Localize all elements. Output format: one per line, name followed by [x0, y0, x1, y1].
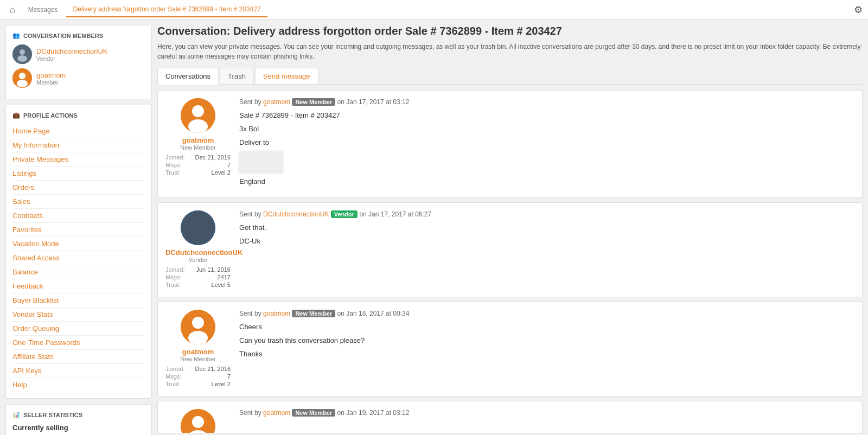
msg-body-col-4: Sent by goatmom New Member on Jan 19, 20…	[239, 409, 854, 425]
msg-sender-link-1[interactable]: goatmom	[263, 98, 290, 106]
suitcase-icon: 💼	[12, 112, 20, 119]
message-card-4: Sent by goatmom New Member on Jan 19, 20…	[157, 401, 863, 433]
badge-vendor-2: Vendor	[331, 210, 358, 218]
tab-trash[interactable]: Trash	[220, 68, 254, 84]
sidebar-item-buyerblacklist[interactable]: Buyer Blacklist	[12, 293, 145, 308]
sidebar-item-myinfo[interactable]: My Information	[12, 138, 145, 152]
main-content: Conversation: Delivery address forgotton…	[157, 25, 863, 435]
msg-sender-name-2[interactable]: DCdutchconnectionUK	[165, 248, 231, 257]
svg-point-12	[194, 227, 202, 235]
conversation-members-box: 👥 CONVERSATION MEMBERS DCdutchconnection…	[5, 25, 152, 99]
msg-sender-col-2: DCdutchconnectionUK Vendor Joined: Jun 1…	[165, 210, 231, 289]
msg-sender-name-1[interactable]: goatmom	[165, 136, 231, 144]
msg-header-1: Sent by goatmom New Member on Jan 17, 20…	[239, 98, 854, 106]
profile-actions-list: Home Page My Information Private Message…	[12, 124, 145, 392]
sidebar-item-vacationmode[interactable]: Vacation Mode	[12, 237, 145, 251]
chart-icon: 📊	[12, 411, 20, 418]
msg-meta-2: Joined: Jun 11, 2016 Msgs: 2417 Trust: L…	[165, 266, 231, 288]
sidebar-item-listings[interactable]: Listings	[12, 167, 145, 181]
msg-sender-link-3[interactable]: goatmom	[263, 310, 290, 317]
msg-body-col-1: Sent by goatmom New Member on Jan 17, 20…	[239, 98, 854, 190]
message-card-2: DCdutchconnectionUK Vendor Joined: Jun 1…	[157, 202, 863, 297]
sidebar: 👥 CONVERSATION MEMBERS DCdutchconnection…	[5, 25, 152, 435]
svg-point-11	[199, 220, 210, 231]
tab-conversation[interactable]: Delivery address forgotton order Sale # …	[66, 2, 267, 17]
svg-point-9	[181, 210, 215, 245]
sidebar-item-favorites[interactable]: Favorites	[12, 223, 145, 237]
member-row-member: goatmom Member	[12, 68, 145, 88]
badge-new-member-4: New Member	[292, 409, 335, 417]
page-description: Here, you can view your private messages…	[157, 42, 863, 61]
settings-icon[interactable]: ⚙	[854, 4, 863, 16]
main-layout: 👥 CONVERSATION MEMBERS DCdutchconnection…	[0, 20, 868, 435]
svg-point-1	[20, 49, 25, 55]
badge-new-member-3: New Member	[292, 310, 335, 317]
msg-sender-name-3[interactable]: goatmom	[165, 348, 231, 356]
sidebar-item-balance[interactable]: Balance	[12, 265, 145, 279]
sidebar-item-help[interactable]: Help	[12, 378, 145, 392]
sidebar-item-orderqueuing[interactable]: Order Queuing	[12, 322, 145, 336]
sidebar-item-apikeys[interactable]: API Keys	[12, 364, 145, 378]
tab-conversations[interactable]: Conversations	[157, 68, 219, 85]
sidebar-item-otp[interactable]: One-Time Passwords	[12, 336, 145, 350]
sidebar-item-contracts[interactable]: Contracts	[12, 209, 145, 223]
msg-header-2: Sent by DCdutchconnectionUK Vendor on Ja…	[239, 210, 854, 218]
home-icon[interactable]: ⌂	[5, 3, 20, 17]
sidebar-item-vendorstats[interactable]: Vendor Stats	[12, 308, 145, 322]
profile-actions-box: 💼 PROFILE ACTIONS Home Page My Informati…	[5, 105, 152, 399]
member-row-vendor: DCdutchconnectionUK Vendor	[12, 44, 145, 64]
conversation-members-title: 👥 CONVERSATION MEMBERS	[12, 32, 145, 39]
msg-avatar-1	[181, 98, 215, 133]
seller-statistics-title: 📊 SELLER STATISTICS	[12, 411, 145, 418]
sidebar-item-orders[interactable]: Orders	[12, 181, 145, 195]
msg-avatar-4	[181, 409, 215, 433]
msg-sender-link-2[interactable]: DCdutchconnectionUK	[263, 210, 329, 218]
profile-actions-title: 💼 PROFILE ACTIONS	[12, 112, 145, 119]
tab-send-message[interactable]: Send message	[255, 68, 318, 84]
svg-point-8	[188, 119, 208, 133]
message-card-3: goatmom New Member Joined: Dec 21, 2016 …	[157, 302, 863, 396]
svg-point-10	[186, 220, 197, 231]
svg-point-18	[192, 416, 204, 428]
tab-messages[interactable]: Messages	[22, 3, 65, 17]
sidebar-item-affiliatestats[interactable]: Affiliate Stats	[12, 350, 145, 364]
message-card-1: goatmom New Member Joined: Dec 21, 2016 …	[157, 90, 863, 198]
msg-sender-col-3: goatmom New Member Joined: Dec 21, 2016 …	[165, 310, 231, 388]
member-info: goatmom Member	[36, 71, 66, 86]
member-name[interactable]: goatmom	[36, 71, 66, 79]
svg-rect-13	[188, 225, 208, 227]
msg-header-3: Sent by goatmom New Member on Jan 18, 20…	[239, 310, 854, 317]
svg-point-2	[17, 55, 27, 62]
sidebar-item-feedback[interactable]: Feedback	[12, 279, 145, 293]
vendor-info: DCdutchconnectionUK Vendor	[36, 47, 108, 62]
msg-sender-role-3: New Member	[165, 356, 231, 362]
sidebar-item-sales[interactable]: Sales	[12, 195, 145, 209]
msg-body-col-2: Sent by DCdutchconnectionUK Vendor on Ja…	[239, 210, 854, 289]
page-title: Conversation: Delivery address forgotton…	[157, 25, 863, 37]
svg-point-4	[19, 73, 25, 79]
avatar-member	[12, 68, 32, 88]
msg-avatar-3	[181, 310, 215, 344]
sidebar-item-sharedaccess[interactable]: Shared Access	[12, 251, 145, 265]
vendor-name[interactable]: DCdutchconnectionUK	[36, 47, 108, 55]
msg-sender-role-1: New Member	[165, 144, 231, 151]
tabs-bar: Conversations Trash Send message	[157, 68, 863, 85]
msg-content-2: Got that. DC-Uk	[239, 222, 854, 247]
msg-sender-col-4	[165, 409, 231, 425]
top-bar: ⌂ Messages Delivery address forgotton or…	[0, 0, 868, 20]
msg-meta-1: Joined: Dec 21, 2016 Msgs: 7 Trust: Leve…	[165, 154, 231, 176]
msg-sender-col-1: goatmom New Member Joined: Dec 21, 2016 …	[165, 98, 231, 190]
sidebar-item-homepage[interactable]: Home Page	[12, 124, 145, 138]
blurred-address	[239, 151, 283, 173]
sidebar-item-privatemessages[interactable]: Private Messages	[12, 152, 145, 167]
msg-body-col-3: Sent by goatmom New Member on Jan 18, 20…	[239, 310, 854, 388]
msg-content-3: Cheers Can you trash this conversation p…	[239, 322, 854, 360]
svg-point-16	[188, 331, 208, 344]
users-icon: 👥	[12, 32, 20, 39]
seller-stats-subtitle: Currently selling	[12, 424, 145, 432]
badge-new-member-1: New Member	[292, 98, 335, 106]
svg-point-15	[192, 317, 204, 329]
msg-sender-link-4[interactable]: goatmom	[263, 409, 290, 417]
avatar-vendor	[12, 44, 32, 64]
vendor-role: Vendor	[36, 55, 108, 62]
